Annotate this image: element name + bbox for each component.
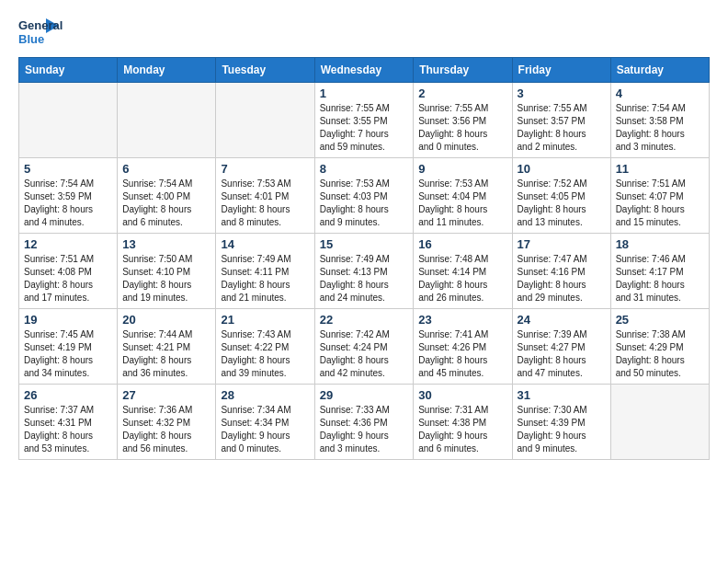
day-cell: 6Sunrise: 7:54 AM Sunset: 4:00 PM Daylig… bbox=[118, 158, 216, 234]
day-info: Sunrise: 7:49 AM Sunset: 4:11 PM Dayligh… bbox=[221, 253, 309, 304]
day-info: Sunrise: 7:54 AM Sunset: 3:59 PM Dayligh… bbox=[24, 178, 112, 229]
day-number: 24 bbox=[518, 313, 606, 327]
day-number: 9 bbox=[418, 162, 506, 176]
day-number: 26 bbox=[24, 388, 112, 402]
header-sunday: Sunday bbox=[19, 58, 118, 83]
day-number: 29 bbox=[320, 388, 409, 402]
day-info: Sunrise: 7:48 AM Sunset: 4:14 PM Dayligh… bbox=[418, 253, 506, 304]
day-number: 31 bbox=[518, 388, 606, 402]
day-cell: 7Sunrise: 7:53 AM Sunset: 4:01 PM Daylig… bbox=[216, 158, 314, 234]
day-cell bbox=[118, 83, 216, 158]
day-number: 10 bbox=[518, 162, 606, 176]
day-info: Sunrise: 7:30 AM Sunset: 4:39 PM Dayligh… bbox=[518, 404, 606, 455]
day-number: 16 bbox=[418, 237, 506, 251]
day-info: Sunrise: 7:39 AM Sunset: 4:27 PM Dayligh… bbox=[518, 328, 606, 380]
day-info: Sunrise: 7:43 AM Sunset: 4:22 PM Dayligh… bbox=[221, 328, 309, 380]
day-cell: 26Sunrise: 7:37 AM Sunset: 4:31 PM Dayli… bbox=[19, 385, 118, 460]
day-info: Sunrise: 7:34 AM Sunset: 4:34 PM Dayligh… bbox=[221, 404, 309, 455]
day-cell: 2Sunrise: 7:55 AM Sunset: 3:56 PM Daylig… bbox=[414, 83, 512, 158]
day-cell bbox=[216, 83, 314, 158]
day-cell: 22Sunrise: 7:42 AM Sunset: 4:24 PM Dayli… bbox=[314, 309, 414, 385]
svg-text:General: General bbox=[18, 18, 63, 32]
day-number: 14 bbox=[221, 237, 309, 251]
day-info: Sunrise: 7:53 AM Sunset: 4:01 PM Dayligh… bbox=[221, 178, 309, 229]
day-cell: 14Sunrise: 7:49 AM Sunset: 4:11 PM Dayli… bbox=[216, 234, 314, 309]
day-info: Sunrise: 7:47 AM Sunset: 4:16 PM Dayligh… bbox=[518, 253, 606, 304]
day-number: 21 bbox=[221, 313, 309, 327]
day-info: Sunrise: 7:53 AM Sunset: 4:03 PM Dayligh… bbox=[320, 178, 409, 229]
day-info: Sunrise: 7:42 AM Sunset: 4:24 PM Dayligh… bbox=[320, 328, 409, 380]
day-cell bbox=[610, 385, 709, 460]
day-info: Sunrise: 7:38 AM Sunset: 4:29 PM Dayligh… bbox=[616, 328, 704, 380]
header-tuesday: Tuesday bbox=[216, 58, 314, 83]
day-cell: 16Sunrise: 7:48 AM Sunset: 4:14 PM Dayli… bbox=[414, 234, 512, 309]
day-number: 30 bbox=[418, 388, 506, 402]
day-info: Sunrise: 7:31 AM Sunset: 4:38 PM Dayligh… bbox=[418, 404, 506, 455]
day-cell: 20Sunrise: 7:44 AM Sunset: 4:21 PM Dayli… bbox=[118, 309, 216, 385]
svg-text:Blue: Blue bbox=[18, 32, 44, 46]
day-number: 4 bbox=[616, 86, 704, 100]
header-wednesday: Wednesday bbox=[314, 58, 414, 83]
day-number: 12 bbox=[24, 237, 112, 251]
week-row-2: 5Sunrise: 7:54 AM Sunset: 3:59 PM Daylig… bbox=[19, 158, 710, 234]
day-info: Sunrise: 7:54 AM Sunset: 4:00 PM Dayligh… bbox=[122, 178, 210, 229]
day-info: Sunrise: 7:54 AM Sunset: 3:58 PM Dayligh… bbox=[616, 102, 704, 154]
day-cell: 10Sunrise: 7:52 AM Sunset: 4:05 PM Dayli… bbox=[512, 158, 610, 234]
day-number: 18 bbox=[616, 237, 704, 251]
day-cell: 4Sunrise: 7:54 AM Sunset: 3:58 PM Daylig… bbox=[610, 83, 709, 158]
day-info: Sunrise: 7:44 AM Sunset: 4:21 PM Dayligh… bbox=[122, 328, 210, 380]
day-number: 19 bbox=[24, 313, 112, 327]
day-cell: 23Sunrise: 7:41 AM Sunset: 4:26 PM Dayli… bbox=[414, 309, 512, 385]
week-row-5: 26Sunrise: 7:37 AM Sunset: 4:31 PM Dayli… bbox=[19, 385, 710, 460]
header-monday: Monday bbox=[118, 58, 216, 83]
day-number: 8 bbox=[320, 162, 409, 176]
day-info: Sunrise: 7:53 AM Sunset: 4:04 PM Dayligh… bbox=[418, 178, 506, 229]
day-info: Sunrise: 7:36 AM Sunset: 4:32 PM Dayligh… bbox=[122, 404, 210, 455]
day-cell: 27Sunrise: 7:36 AM Sunset: 4:32 PM Dayli… bbox=[118, 385, 216, 460]
day-cell: 1Sunrise: 7:55 AM Sunset: 3:55 PM Daylig… bbox=[314, 83, 414, 158]
day-cell: 5Sunrise: 7:54 AM Sunset: 3:59 PM Daylig… bbox=[19, 158, 118, 234]
header-thursday: Thursday bbox=[414, 58, 512, 83]
day-number: 27 bbox=[122, 388, 210, 402]
day-cell: 24Sunrise: 7:39 AM Sunset: 4:27 PM Dayli… bbox=[512, 309, 610, 385]
day-cell: 8Sunrise: 7:53 AM Sunset: 4:03 PM Daylig… bbox=[314, 158, 414, 234]
day-cell: 28Sunrise: 7:34 AM Sunset: 4:34 PM Dayli… bbox=[216, 385, 314, 460]
day-number: 1 bbox=[320, 86, 409, 100]
header-friday: Friday bbox=[512, 58, 610, 83]
day-info: Sunrise: 7:37 AM Sunset: 4:31 PM Dayligh… bbox=[24, 404, 112, 455]
day-number: 20 bbox=[122, 313, 210, 327]
header-saturday: Saturday bbox=[610, 58, 709, 83]
logo-svg: GeneralBlue bbox=[18, 15, 63, 50]
day-cell: 17Sunrise: 7:47 AM Sunset: 4:16 PM Dayli… bbox=[512, 234, 610, 309]
day-cell: 21Sunrise: 7:43 AM Sunset: 4:22 PM Dayli… bbox=[216, 309, 314, 385]
day-info: Sunrise: 7:51 AM Sunset: 4:08 PM Dayligh… bbox=[24, 253, 112, 304]
day-info: Sunrise: 7:41 AM Sunset: 4:26 PM Dayligh… bbox=[418, 328, 506, 380]
day-number: 2 bbox=[418, 86, 506, 100]
day-cell: 25Sunrise: 7:38 AM Sunset: 4:29 PM Dayli… bbox=[610, 309, 709, 385]
day-number: 5 bbox=[24, 162, 112, 176]
day-cell: 9Sunrise: 7:53 AM Sunset: 4:04 PM Daylig… bbox=[414, 158, 512, 234]
week-row-1: 1Sunrise: 7:55 AM Sunset: 3:55 PM Daylig… bbox=[19, 83, 710, 158]
day-number: 3 bbox=[518, 86, 606, 100]
day-number: 17 bbox=[518, 237, 606, 251]
week-row-3: 12Sunrise: 7:51 AM Sunset: 4:08 PM Dayli… bbox=[19, 234, 710, 309]
day-number: 13 bbox=[122, 237, 210, 251]
day-cell: 29Sunrise: 7:33 AM Sunset: 4:36 PM Dayli… bbox=[314, 385, 414, 460]
day-cell: 13Sunrise: 7:50 AM Sunset: 4:10 PM Dayli… bbox=[118, 234, 216, 309]
day-info: Sunrise: 7:55 AM Sunset: 3:56 PM Dayligh… bbox=[418, 102, 506, 154]
week-row-4: 19Sunrise: 7:45 AM Sunset: 4:19 PM Dayli… bbox=[19, 309, 710, 385]
day-info: Sunrise: 7:55 AM Sunset: 3:57 PM Dayligh… bbox=[518, 102, 606, 154]
day-cell bbox=[19, 83, 118, 158]
day-info: Sunrise: 7:45 AM Sunset: 4:19 PM Dayligh… bbox=[24, 328, 112, 380]
day-cell: 31Sunrise: 7:30 AM Sunset: 4:39 PM Dayli… bbox=[512, 385, 610, 460]
day-info: Sunrise: 7:55 AM Sunset: 3:55 PM Dayligh… bbox=[320, 102, 409, 154]
day-number: 22 bbox=[320, 313, 409, 327]
day-info: Sunrise: 7:33 AM Sunset: 4:36 PM Dayligh… bbox=[320, 404, 409, 455]
day-cell: 19Sunrise: 7:45 AM Sunset: 4:19 PM Dayli… bbox=[19, 309, 118, 385]
day-cell: 18Sunrise: 7:46 AM Sunset: 4:17 PM Dayli… bbox=[610, 234, 709, 309]
calendar-header-row: SundayMondayTuesdayWednesdayThursdayFrid… bbox=[19, 58, 710, 83]
day-cell: 15Sunrise: 7:49 AM Sunset: 4:13 PM Dayli… bbox=[314, 234, 414, 309]
header: GeneralBlue bbox=[18, 15, 710, 50]
day-info: Sunrise: 7:51 AM Sunset: 4:07 PM Dayligh… bbox=[616, 178, 704, 229]
day-number: 25 bbox=[616, 313, 704, 327]
